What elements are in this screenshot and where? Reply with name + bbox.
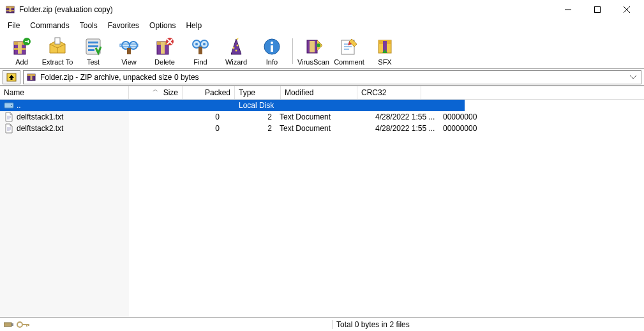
address-dropdown[interactable] bbox=[628, 75, 638, 79]
address-field[interactable]: Folder.zip - ZIP archive, unpacked size … bbox=[23, 70, 641, 84]
toolbar: Add Extract To Test View Delete Find Wiz… bbox=[0, 32, 644, 69]
find-button[interactable]: Find bbox=[183, 34, 218, 68]
wizard-button[interactable]: Wizard bbox=[218, 34, 254, 68]
svg-rect-5 bbox=[595, 7, 601, 13]
up-button[interactable] bbox=[3, 70, 20, 84]
maximize-button[interactable] bbox=[583, 0, 612, 19]
toolbar-separator bbox=[292, 38, 293, 64]
menu-tools[interactable]: Tools bbox=[75, 20, 103, 31]
status-bar: Total 0 bytes in 2 files bbox=[0, 317, 644, 331]
virusscan-label: VirusScan bbox=[297, 58, 329, 66]
svg-rect-65 bbox=[11, 323, 13, 326]
delete-button[interactable]: Delete bbox=[147, 34, 183, 68]
textfile-icon bbox=[4, 112, 14, 122]
svg-rect-15 bbox=[55, 38, 60, 44]
file-packed: 2 bbox=[267, 124, 272, 133]
close-icon bbox=[624, 6, 630, 13]
view-icon bbox=[119, 36, 139, 57]
sfx-button[interactable]: SFX bbox=[367, 34, 403, 68]
svg-point-38 bbox=[236, 49, 237, 51]
status-total: Total 0 bytes in 2 files bbox=[332, 320, 644, 329]
info-button[interactable]: Info bbox=[254, 34, 290, 68]
parent-row[interactable]: .. Local Disk bbox=[0, 100, 465, 111]
col-name[interactable]: Name bbox=[0, 86, 129, 99]
menu-commands[interactable]: Commands bbox=[25, 20, 74, 31]
svg-rect-64 bbox=[4, 323, 11, 327]
delete-label: Delete bbox=[154, 58, 175, 66]
file-size: 0 bbox=[215, 112, 220, 121]
drive-icon bbox=[4, 100, 14, 111]
test-label: Test bbox=[87, 58, 100, 66]
add-label: Add bbox=[15, 58, 28, 66]
file-crc32: 00000000 bbox=[443, 124, 477, 133]
column-header: Name ︿Size Packed Type Modified CRC32 bbox=[0, 86, 644, 100]
extract-label: Extract To bbox=[42, 58, 73, 66]
menu-file[interactable]: File bbox=[3, 20, 25, 31]
disk-icon bbox=[4, 321, 14, 328]
virusscan-button[interactable]: VirusScan bbox=[296, 34, 331, 68]
svg-rect-26 bbox=[161, 42, 165, 54]
minimize-button[interactable] bbox=[553, 0, 583, 19]
title-bar: Folder.zip (evaluation copy) bbox=[0, 0, 644, 19]
col-type[interactable]: Type bbox=[235, 86, 281, 99]
view-button[interactable]: View bbox=[111, 34, 147, 68]
file-row[interactable]: delftstack1.txt 0 2 Text Document 4/28/2… bbox=[0, 111, 644, 123]
extract-icon bbox=[47, 36, 68, 57]
file-type: Text Document bbox=[280, 112, 331, 121]
svg-point-36 bbox=[233, 47, 235, 49]
test-icon bbox=[83, 36, 103, 57]
menu-options[interactable]: Options bbox=[144, 20, 181, 31]
winrar-app-icon bbox=[5, 4, 15, 15]
svg-rect-23 bbox=[127, 48, 131, 54]
chevron-down-icon bbox=[630, 75, 636, 79]
col-size[interactable]: ︿Size bbox=[129, 86, 183, 99]
find-icon bbox=[190, 36, 211, 57]
col-crc32[interactable]: CRC32 bbox=[357, 86, 421, 99]
menu-favorites[interactable]: Favorites bbox=[103, 20, 144, 31]
archive-icon bbox=[26, 72, 36, 82]
svg-point-35 bbox=[203, 43, 206, 45]
add-icon bbox=[11, 36, 32, 57]
sfx-label: SFX bbox=[378, 58, 391, 66]
minimize-icon bbox=[565, 6, 571, 13]
test-button[interactable]: Test bbox=[75, 34, 111, 68]
file-row[interactable]: delftstack2.txt 0 2 Text Document 4/28/2… bbox=[0, 123, 644, 134]
file-name: delftstack2.txt bbox=[17, 124, 63, 133]
svg-point-44 bbox=[317, 43, 320, 47]
close-button[interactable] bbox=[612, 0, 641, 19]
info-icon bbox=[262, 36, 282, 57]
col-spacer bbox=[421, 86, 644, 99]
virusscan-icon bbox=[303, 36, 324, 57]
add-button[interactable]: Add bbox=[4, 34, 40, 68]
svg-rect-68 bbox=[26, 324, 27, 327]
sfx-icon bbox=[375, 36, 395, 57]
file-list[interactable]: .. Local Disk delftstack1.txt 0 2 Text D… bbox=[0, 100, 644, 317]
maximize-icon bbox=[594, 6, 601, 13]
comment-button[interactable]: Comment bbox=[331, 34, 367, 68]
svg-point-40 bbox=[271, 42, 273, 44]
menu-help[interactable]: Help bbox=[181, 20, 207, 31]
svg-point-66 bbox=[17, 322, 22, 327]
menu-bar: File Commands Tools Favorites Options He… bbox=[0, 19, 644, 32]
file-name: delftstack1.txt bbox=[17, 112, 63, 121]
file-crc32: 00000000 bbox=[443, 112, 477, 121]
address-bar: Folder.zip - ZIP archive, unpacked size … bbox=[0, 69, 644, 86]
col-packed[interactable]: Packed bbox=[183, 86, 235, 99]
svg-point-34 bbox=[195, 43, 198, 45]
col-modified[interactable]: Modified bbox=[281, 86, 357, 99]
svg-point-37 bbox=[237, 44, 239, 46]
svg-rect-43 bbox=[310, 41, 315, 52]
svg-rect-33 bbox=[198, 47, 202, 54]
svg-rect-67 bbox=[22, 324, 29, 325]
parent-name: .. bbox=[17, 101, 21, 110]
view-label: View bbox=[121, 58, 137, 66]
svg-rect-19 bbox=[88, 49, 94, 51]
extract-button[interactable]: Extract To bbox=[40, 34, 75, 68]
status-left bbox=[0, 321, 332, 328]
file-size: 0 bbox=[215, 124, 220, 133]
comment-label: Comment bbox=[334, 58, 364, 66]
svg-rect-18 bbox=[88, 45, 98, 47]
file-type: Text Document bbox=[280, 124, 331, 133]
delete-icon bbox=[154, 36, 175, 57]
svg-rect-3 bbox=[10, 7, 11, 12]
